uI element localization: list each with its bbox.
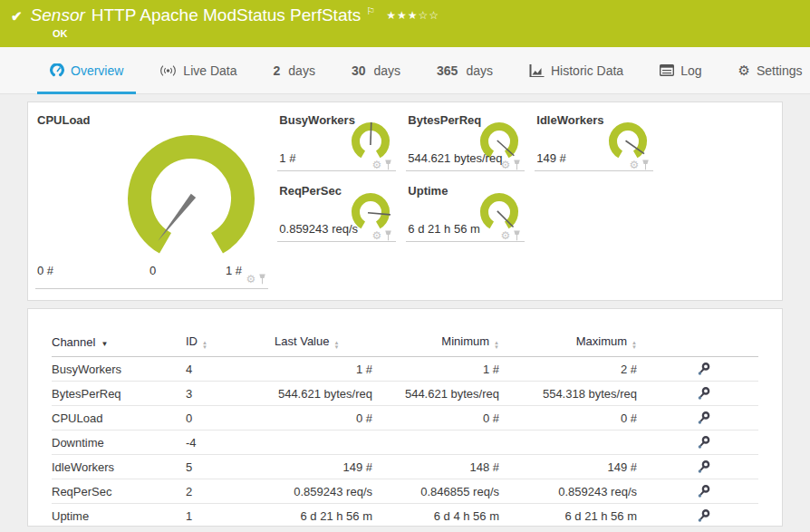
gauge-settings-gear-icon[interactable]: ⚙ [501,230,511,241]
cell-last-value: 0.859243 req/s [275,479,372,504]
cell-channel[interactable]: IdleWorkers [52,455,186,479]
tab-historic-data[interactable]: Historic Data [516,47,636,93]
edit-channel-wrench-icon[interactable] [697,484,710,498]
cell-minimum: 148 # [372,455,499,479]
status-ok-check-icon: ✔ [11,8,23,24]
tab-settings[interactable]: ⚙ Settings [725,47,810,93]
gauge-value: 1 # [279,151,295,165]
cell-id: -4 [186,430,275,455]
gauge-settings-gear-icon[interactable]: ⚙ [372,230,382,241]
gauge-dial [477,190,521,234]
table-row[interactable]: IdleWorkers 5 149 # 148 # 149 # [52,455,758,479]
column-header-minimum[interactable]: Minimum▲▼ [372,331,499,357]
table-row[interactable]: CPULoad 0 0 # 0 # 0 # [52,406,758,430]
cell-channel[interactable]: Downtime [52,430,186,455]
gauge-reqpersec[interactable]: ReqPerSec 0.859243 req/s ⚙ [277,184,396,242]
gauge-value: 6 d 21 h 56 m [408,222,480,236]
gauges-panel: CPULoad 0 # 0 1 # ⚙ BusyWorkers 1 # ⚙ [27,102,783,301]
tab-bar: Overview Live Data 2days 30days 365days … [0,47,810,94]
tab-30-days[interactable]: 30days [339,47,413,93]
cell-id: 0 [186,406,275,430]
gauge-settings-gear-icon[interactable]: ⚙ [630,160,640,170]
tab-live-data[interactable]: Live Data [147,47,249,93]
priority-flag-icon[interactable]: ⚐ [366,5,375,17]
channel-table-panel: Channel▼ ID▲▼ Last Value▲▼ Minimum▲▼ Max… [27,308,783,527]
gauge-needle [371,122,371,145]
cell-maximum: 6 d 21 h 56 m [499,504,637,527]
tab-365-days-label: days [466,63,493,78]
tab-log[interactable]: Log [647,47,714,93]
status-badge: OK [53,28,799,39]
table-row[interactable]: Uptime 1 6 d 21 h 56 m 6 d 4 h 56 m 6 d … [52,504,758,527]
priority-stars[interactable]: ★★★☆☆ [386,9,439,22]
pin-icon[interactable] [513,160,521,170]
pin-icon[interactable] [258,274,266,285]
cell-channel[interactable]: CPULoad [52,406,186,430]
log-list-icon [660,64,674,76]
gauge-value: 544.621 bytes/req [408,151,502,165]
cell-id: 3 [186,382,275,406]
pin-icon[interactable] [384,160,392,170]
gauge-cpuload-value: 0 # [37,264,53,277]
tab-2-days[interactable]: 2days [261,47,328,93]
gauge-scale-min: 0 [149,264,156,277]
cell-channel[interactable]: BusyWorkers [52,357,186,382]
edit-channel-wrench-icon[interactable] [697,435,710,450]
tab-2-days-number: 2 [274,63,281,78]
tab-overview[interactable]: Overview [37,47,136,93]
column-header-last-value[interactable]: Last Value▲▼ [275,331,372,357]
tab-30-days-number: 30 [352,63,366,78]
pin-icon[interactable] [384,230,392,241]
cell-actions [637,504,758,527]
cell-channel[interactable]: BytesPerReq [52,382,186,406]
cell-last-value: 6 d 21 h 56 m [275,504,372,527]
cell-maximum: 0.859243 req/s [499,479,637,504]
cell-channel[interactable]: Uptime [52,504,186,527]
edit-channel-wrench-icon[interactable] [697,386,710,401]
gauge-label: BytesPerReq [408,113,481,127]
gauge-bytesperreq[interactable]: BytesPerReq 544.621 bytes/req ⚙ [406,113,525,171]
table-row[interactable]: BusyWorkers 4 1 # 1 # 2 # [52,357,758,382]
cell-last-value: 0 # [275,406,372,430]
cell-id: 5 [186,455,275,479]
sort-icon: ▲▼ [333,341,339,350]
table-row[interactable]: BytesPerReq 3 544.621 bytes/req 544.621 … [52,382,758,406]
edit-channel-wrench-icon[interactable] [697,411,710,425]
edit-channel-wrench-icon[interactable] [697,362,710,376]
page-title: HTTP Apache ModStatus PerfStats [92,5,361,25]
cell-id: 1 [186,504,275,527]
cell-last-value [275,430,372,455]
gauge-label: ReqPerSec [279,184,342,198]
column-header-channel[interactable]: Channel▼ [52,331,186,357]
edit-channel-wrench-icon[interactable] [697,508,710,523]
object-kind-label: Sensor [31,5,85,25]
cell-channel[interactable]: ReqPerSec [52,479,186,504]
gauge-icon [50,63,64,78]
tab-365-days-number: 365 [437,63,458,78]
gauge-busyworkers[interactable]: BusyWorkers 1 # ⚙ [277,113,396,171]
gauge-idleworkers[interactable]: IdleWorkers 149 # ⚙ [535,113,653,171]
column-header-maximum[interactable]: Maximum▲▼ [499,331,637,357]
edit-channel-wrench-icon[interactable] [697,459,710,474]
gauge-uptime[interactable]: Uptime 6 d 21 h 56 m ⚙ [406,184,525,242]
pin-icon[interactable] [641,160,650,170]
tab-365-days[interactable]: 365days [424,47,506,93]
cell-maximum: 554.318 bytes/req [499,382,637,406]
column-header-actions [637,331,758,357]
column-header-id[interactable]: ID▲▼ [186,331,275,357]
tab-historic-data-label: Historic Data [551,63,623,78]
gauge-dial [606,120,650,163]
gauge-settings-gear-icon[interactable]: ⚙ [372,160,382,170]
pin-icon[interactable] [513,230,521,241]
gauge-settings-gear-icon[interactable]: ⚙ [501,160,511,170]
channel-table-body: BusyWorkers 4 1 # 1 # 2 # BytesPerReq 3 … [52,357,758,527]
cell-last-value: 544.621 bytes/req [275,382,372,406]
gauge-settings-gear-icon[interactable]: ⚙ [246,274,256,285]
sort-icon: ▲▼ [202,341,207,350]
gauge-cpuload-label: CPULoad [37,113,91,127]
cell-maximum: 0 # [499,406,637,430]
sort-desc-icon: ▼ [101,340,108,348]
table-row[interactable]: ReqPerSec 2 0.859243 req/s 0.846855 req/… [52,479,758,504]
gauge-cpuload[interactable]: CPULoad 0 # 0 1 # ⚙ [35,113,268,289]
table-row[interactable]: Downtime -4 [52,430,758,455]
